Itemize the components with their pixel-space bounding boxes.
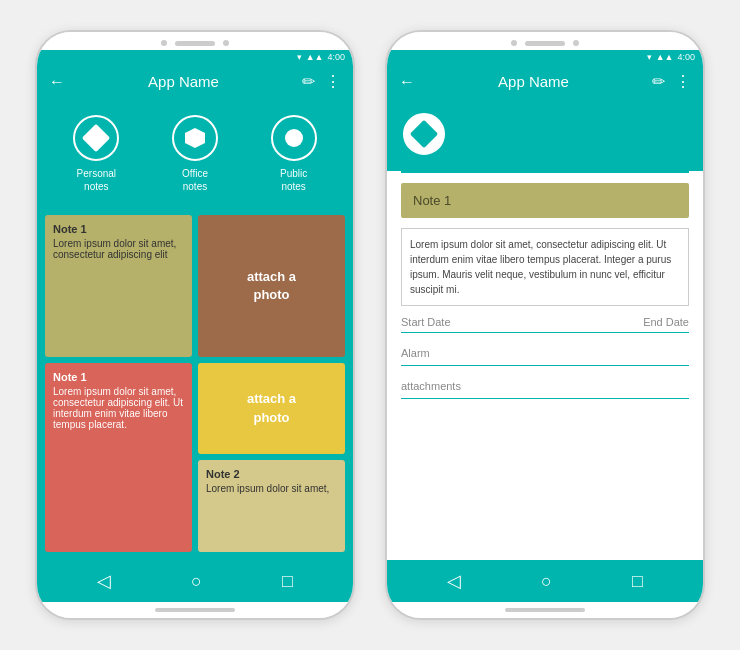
- status-bar-left: ▾ ▲▲ 4:00: [37, 50, 353, 64]
- home-bar-right: [505, 608, 585, 612]
- detail-header: Personal notes: [387, 99, 703, 171]
- recent-nav-icon-r[interactable]: □: [632, 571, 643, 592]
- app-bar-right: ← App Name ✏ ⋮: [387, 64, 703, 99]
- section-title: Personal notes: [459, 126, 552, 142]
- time-left: 4:00: [327, 52, 345, 62]
- note1-title: Note 1: [53, 223, 184, 235]
- note-attach-1[interactable]: attach aphoto: [198, 215, 345, 357]
- attachments-label: attachments: [401, 380, 461, 392]
- diamond-teal-icon: [410, 120, 438, 148]
- home-bar-left: [155, 608, 235, 612]
- app-title-left: App Name: [75, 73, 292, 90]
- phone-top-bar-left: [37, 32, 353, 50]
- note-attach-2[interactable]: attach aphoto: [198, 363, 345, 455]
- right-col: attach aphoto Note 2 Lorem ipsum dolor s…: [198, 363, 345, 552]
- category-public[interactable]: Publicnotes: [271, 115, 317, 193]
- date-row: Start Date End Date: [401, 316, 689, 333]
- note-card-2[interactable]: Note 1 Lorem ipsum dolor sit amet, conse…: [45, 363, 192, 552]
- note3-body: Lorem ipsum dolor sit amet,: [206, 483, 337, 494]
- signal-icon: ▲▲: [306, 52, 324, 62]
- note3-title: Note 2: [206, 468, 337, 480]
- speaker-grille: [175, 41, 215, 46]
- edit-icon-right[interactable]: ✏: [652, 72, 665, 91]
- home-indicator-right: [387, 602, 703, 618]
- speaker-dot-r1: [511, 40, 517, 46]
- speaker-grille-r: [525, 41, 565, 46]
- home-nav-icon[interactable]: ○: [191, 571, 202, 592]
- back-icon-right[interactable]: ←: [399, 73, 415, 91]
- public-label: Publicnotes: [280, 167, 307, 193]
- detail-content: Note 1 Lorem ipsum dolor sit amet, conse…: [387, 173, 703, 560]
- office-icon-circle: [172, 115, 218, 161]
- end-date-label: End Date: [643, 316, 689, 328]
- right-phone: ▾ ▲▲ 4:00 ← App Name ✏ ⋮ Personal notes …: [385, 30, 705, 620]
- speaker-dot-r2: [573, 40, 579, 46]
- attach-label-1: attach aphoto: [247, 268, 296, 304]
- personal-label: Personalnotes: [77, 167, 116, 193]
- attach-label-2: attach aphoto: [247, 390, 296, 426]
- start-date-label: Start Date: [401, 316, 451, 328]
- app-bar-left: ← App Name ✏ ⋮: [37, 64, 353, 99]
- note2-title: Note 1: [53, 371, 184, 383]
- note-body-box: Lorem ipsum dolor sit amet, consectetur …: [401, 228, 689, 306]
- phone-top-bar-right: [387, 32, 703, 50]
- note1-body: Lorem ipsum dolor sit amet, consectetur …: [53, 238, 184, 260]
- left-phone: ▾ ▲▲ 4:00 ← App Name ✏ ⋮ Personalnotes: [35, 30, 355, 620]
- home-indicator-left: [37, 602, 353, 618]
- app-title-right: App Name: [425, 73, 642, 90]
- time-right: 4:00: [677, 52, 695, 62]
- alarm-row[interactable]: Alarm: [401, 343, 689, 366]
- note-body-text: Lorem ipsum dolor sit amet, consectetur …: [410, 239, 671, 295]
- phone-content-left: ▾ ▲▲ 4:00 ← App Name ✏ ⋮ Personalnotes: [37, 50, 353, 602]
- signal-icon-r: ▲▲: [656, 52, 674, 62]
- phone-content-right: ▾ ▲▲ 4:00 ← App Name ✏ ⋮ Personal notes …: [387, 50, 703, 602]
- public-icon-circle: [271, 115, 317, 161]
- speaker-dot-1: [161, 40, 167, 46]
- wifi-icon: ▾: [297, 52, 302, 62]
- detail-note-title: Note 1: [401, 183, 689, 218]
- wifi-icon-r: ▾: [647, 52, 652, 62]
- alarm-label: Alarm: [401, 347, 430, 359]
- back-icon-left[interactable]: ←: [49, 73, 65, 91]
- speaker-dot-2: [223, 40, 229, 46]
- note2-body: Lorem ipsum dolor sit amet, consectetur …: [53, 386, 184, 430]
- attachments-row[interactable]: attachments: [401, 376, 689, 399]
- recent-nav-icon[interactable]: □: [282, 571, 293, 592]
- personal-icon-circle: [73, 115, 119, 161]
- back-nav-icon[interactable]: ◁: [97, 570, 111, 592]
- category-office[interactable]: Officenotes: [172, 115, 218, 193]
- note-card-1[interactable]: Note 1 Lorem ipsum dolor sit amet, conse…: [45, 215, 192, 357]
- menu-icon-left[interactable]: ⋮: [325, 72, 341, 91]
- edit-icon-left[interactable]: ✏: [302, 72, 315, 91]
- categories-section: Personalnotes Officenotes Publicnotes: [37, 99, 353, 207]
- diamond-icon: [82, 124, 110, 152]
- menu-icon-right[interactable]: ⋮: [675, 72, 691, 91]
- circle-inner-icon: [285, 129, 303, 147]
- hex-icon: [185, 128, 205, 148]
- detail-icon-box: [401, 111, 447, 157]
- status-bar-right: ▾ ▲▲ 4:00: [387, 50, 703, 64]
- note-card-3[interactable]: Note 2 Lorem ipsum dolor sit amet,: [198, 460, 345, 552]
- office-label: Officenotes: [182, 167, 208, 193]
- bottom-nav-left: ◁ ○ □: [37, 560, 353, 602]
- notes-grid: Note 1 Lorem ipsum dolor sit amet, conse…: [37, 207, 353, 560]
- home-nav-icon-r[interactable]: ○: [541, 571, 552, 592]
- back-nav-icon-r[interactable]: ◁: [447, 570, 461, 592]
- category-personal[interactable]: Personalnotes: [73, 115, 119, 193]
- bottom-nav-right: ◁ ○ □: [387, 560, 703, 602]
